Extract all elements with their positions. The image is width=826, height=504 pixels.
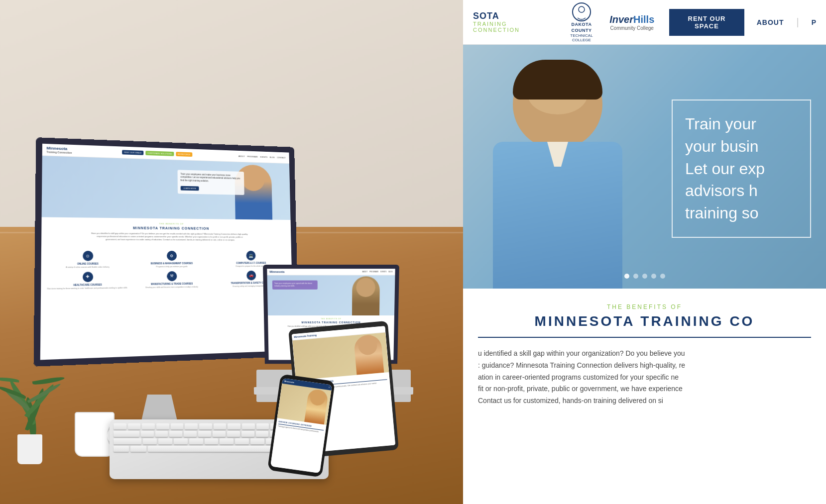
key (171, 423, 184, 429)
key (155, 431, 168, 437)
manufacturing-icon: ⚒ (167, 271, 177, 281)
phone-hero-person (304, 388, 329, 424)
site-logo: Minnesota Training Connection (46, 146, 72, 154)
hero-text-box: Train your employees and make your busin… (178, 170, 244, 195)
hero-dot-2[interactable] (633, 274, 638, 279)
key (114, 423, 126, 429)
key (114, 431, 139, 437)
key (220, 438, 234, 444)
key (205, 438, 219, 444)
laptop-benefits-sub: THE BENEFITS OF (270, 318, 392, 320)
course-title: MANUFACTURING & TRADE COURSES (132, 282, 211, 286)
svg-point-1 (579, 6, 585, 12)
computer-courses-icon: 💻 (246, 251, 256, 260)
course-title: BUSINESS & MANAGEMENT COURSES (132, 262, 211, 265)
benefits-label: THE BENEFITS OF (478, 303, 811, 310)
tablet-hero (292, 332, 389, 380)
rent-our-space-button[interactable]: RENT OUR SPACE (669, 9, 744, 36)
hero-cta-btn: LEARN MORE (181, 186, 199, 191)
key (213, 431, 226, 437)
dakota-icon (564, 2, 599, 22)
key (174, 438, 188, 444)
healthcare-icon: ✚ (83, 272, 93, 282)
brand-logo: sota TRAINING CONNECTION (473, 11, 551, 33)
laptop-hero-person (352, 276, 380, 315)
course-desc: Programs to help you achieve your goals (132, 266, 211, 268)
course-desc: A variety of online courses with flexibl… (45, 266, 129, 269)
key (156, 423, 169, 429)
nav-links: ABOUT PROGRAMS EVENTS BLOG CONTACT (238, 155, 286, 159)
hero-text-box: Train your your busin Let our exp adviso… (672, 100, 811, 238)
key (114, 438, 141, 444)
hero-dot-4[interactable] (651, 274, 656, 279)
benefits-heading: MINNESOTA TRAINING CO (478, 313, 811, 329)
course-title: HEALTHCARE COURSES (45, 283, 129, 287)
laptop-site-header: Minnesota ABOUTPROGRAMSEVENTSBLOG (267, 269, 395, 275)
phone-website: Minnesota ≡ DRIVER COURSES OFFERED Train… (270, 378, 332, 473)
key (158, 438, 172, 444)
left-panel: Minnesota Training Connection RENT OUR S… (0, 0, 463, 504)
corporate-btn: CORPORATE SOLUTIONS (146, 151, 174, 156)
workforce-btn: WORKFORCE (176, 152, 192, 157)
key (189, 438, 203, 444)
key (228, 423, 240, 429)
key (241, 431, 254, 437)
course-title: COMPUTERS & I.T. COURSES (214, 262, 288, 265)
dakota-county-logo: DAKOTA COUNTY TECHNICAL COLLEGE (564, 2, 599, 42)
right-panel: sota TRAINING CONNECTION DAKOTA COUNTY (463, 0, 826, 504)
nav-logo-area: sota TRAINING CONNECTION DAKOTA COUNTY (473, 2, 654, 42)
phone-screen: Minnesota ≡ DRIVER COURSES OFFERED Train… (270, 378, 332, 473)
key (143, 438, 157, 444)
hero-hair (513, 60, 602, 100)
course-title: ONLINE COURSES (45, 262, 129, 265)
dakota-text: DAKOTA COUNTY (564, 22, 599, 33)
partner-logos: DAKOTA COUNTY TECHNICAL COLLEGE InverHil… (564, 2, 655, 42)
key (169, 431, 182, 437)
key (128, 423, 141, 429)
hero-section-right: Train your your busin Let our exp adviso… (463, 45, 826, 289)
inverhills-logo: InverHills Community College (609, 14, 654, 31)
benefits-section: THE BENEFITS OF MINNESOTA TRAINING CONNE… (41, 217, 291, 248)
nav-separator: | (796, 16, 799, 28)
course-item-manufacturing: ⚒ MANUFACTURING & TRADE COURSES Develop … (132, 271, 211, 289)
hero-heading: Train your your busin Let our exp adviso… (685, 113, 798, 224)
course-desc: Develop your skills and become more comp… (132, 286, 211, 289)
key (227, 431, 240, 437)
benefits-divider (478, 337, 811, 338)
laptop-hero-box: Train your employees up to speed with th… (272, 281, 318, 290)
key (141, 431, 154, 437)
key (242, 423, 255, 429)
hero-text-area: Train your your busin Let our exp adviso… (657, 85, 826, 253)
dakota-shield-icon (572, 2, 591, 22)
benefits-area: THE BENEFITS OF MINNESOTA TRAINING CO u … (463, 289, 826, 504)
hero-dot-1[interactable] (624, 274, 629, 279)
about-nav-link[interactable]: ABOUT (757, 18, 784, 26)
course-item-online: ⊙ ONLINE COURSES A variety of online cou… (45, 251, 129, 269)
key (130, 446, 146, 452)
course-desc: Short-term training for those wanting to… (45, 287, 129, 290)
hero-dot-5[interactable] (660, 274, 665, 279)
tablet-hero-person (354, 334, 384, 375)
plant-pot (17, 434, 42, 464)
svg-point-0 (573, 3, 590, 21)
rent-our-space-btn: RENT OUR SPACE (122, 150, 143, 155)
right-nav: sota TRAINING CONNECTION DAKOTA COUNTY (463, 0, 826, 45)
inverhills-name: InverHills (609, 14, 654, 25)
hero-dot-3[interactable] (642, 274, 647, 279)
key (185, 423, 198, 429)
key (142, 423, 155, 429)
hero-dots (624, 274, 665, 279)
key (214, 423, 227, 429)
hero-section: Train your employees and make your busin… (42, 156, 291, 220)
laptop-nav: ABOUTPROGRAMSEVENTSBLOG (362, 271, 393, 273)
phone-hero (277, 384, 332, 425)
key (114, 446, 129, 452)
nav-actions: RENT OUR SPACE ABOUT | P (669, 9, 816, 36)
laptop-logo: Minnesota (269, 270, 284, 273)
dakota-sub: TECHNICAL COLLEGE (564, 33, 599, 42)
inverhills-sub: Community College (609, 25, 654, 31)
key (199, 423, 212, 429)
key (184, 431, 197, 437)
benefits-title: MINNESOTA TRAINING CONNECTION (46, 225, 287, 231)
programs-nav-link[interactable]: P (812, 18, 816, 26)
